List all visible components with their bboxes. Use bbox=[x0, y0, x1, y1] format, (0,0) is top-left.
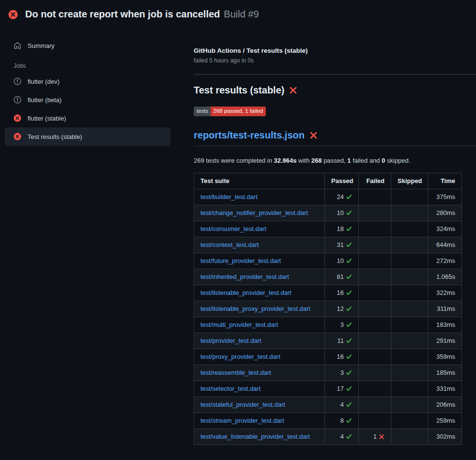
check-icon bbox=[346, 322, 352, 328]
table-row: test/listenable_provider_test.dart16322m… bbox=[194, 285, 462, 301]
time-cell: 185ms bbox=[428, 365, 462, 381]
test-suite-link[interactable]: test/stream_provider_test.dart bbox=[200, 417, 284, 424]
suite-cell: test/consumer_test.dart bbox=[194, 221, 325, 237]
check-icon bbox=[346, 258, 352, 264]
breadcrumb: GitHub Actions / Test results (stable) bbox=[194, 47, 476, 54]
check-icon bbox=[346, 242, 352, 248]
sidebar: Summary Jobs flutter (dev)flutter (beta)… bbox=[0, 26, 194, 146]
header-test-suite: Test suite bbox=[194, 173, 325, 189]
check-icon bbox=[346, 210, 352, 216]
sidebar-item-summary[interactable]: Summary bbox=[5, 36, 170, 55]
suite-cell: test/listenable_proxy_provider_test.dart bbox=[194, 301, 325, 317]
jobs-section-label: Jobs bbox=[14, 62, 170, 69]
skipped-cell bbox=[391, 285, 428, 301]
sidebar-job-item[interactable]: flutter (beta) bbox=[5, 91, 170, 109]
check-icon bbox=[346, 194, 352, 200]
header-time: Time bbox=[428, 173, 462, 189]
suite-cell: test/future_provider_test.dart bbox=[194, 253, 325, 269]
test-suite-link[interactable]: test/value_listenable_provider_test.dart bbox=[200, 433, 310, 440]
skipped-cell bbox=[391, 381, 428, 397]
time-cell: 311ms bbox=[428, 301, 462, 317]
suite-cell: test/provider_test.dart bbox=[194, 333, 325, 349]
test-suite-link[interactable]: test/provider_test.dart bbox=[200, 337, 261, 344]
suite-cell: test/selector_test.dart bbox=[194, 381, 325, 397]
skipped-cell bbox=[391, 221, 428, 237]
passed-cell: 17 bbox=[325, 381, 359, 397]
report-heading: reports/test-results.json bbox=[194, 130, 476, 146]
skipped-cell bbox=[391, 189, 428, 205]
run-header: Do not create report when job is cancell… bbox=[0, 0, 476, 26]
section-title-text: Test results (stable) bbox=[194, 85, 284, 96]
test-suite-link[interactable]: test/consumer_test.dart bbox=[200, 225, 266, 232]
skipped-cell bbox=[391, 301, 428, 317]
sidebar-job-label: flutter (stable) bbox=[28, 115, 66, 122]
sidebar-job-item[interactable]: Test results (stable) bbox=[5, 127, 170, 146]
time-cell: 183ms bbox=[428, 317, 462, 333]
passed-cell: 24 bbox=[325, 189, 359, 205]
failed-cell bbox=[359, 317, 391, 333]
test-suite-link[interactable]: test/change_notifier_provider_test.dart bbox=[200, 209, 308, 216]
results-table: Test suite Passed Failed Skipped Time te… bbox=[194, 173, 462, 445]
summary-failed-count: 1 bbox=[347, 157, 351, 164]
skipped-cell bbox=[391, 349, 428, 365]
failed-cell bbox=[359, 221, 391, 237]
table-row: test/future_provider_test.dart10272ms bbox=[194, 253, 462, 269]
summary-text: failed and bbox=[351, 157, 382, 164]
sidebar-job-item[interactable]: flutter (dev) bbox=[5, 72, 170, 91]
passed-cell: 10 bbox=[325, 205, 359, 221]
test-suite-link[interactable]: test/proxy_provider_test.dart bbox=[200, 353, 280, 360]
table-row: test/provider_test.dart11291ms bbox=[194, 333, 462, 349]
passed-cell: 12 bbox=[325, 301, 359, 317]
skipped-cell bbox=[391, 205, 428, 221]
page-title: Do not create report when job is cancell… bbox=[25, 9, 220, 20]
suite-cell: test/value_listenable_provider_test.dart bbox=[194, 429, 325, 445]
test-suite-link[interactable]: test/builder_test.dart bbox=[200, 193, 258, 200]
test-suite-link[interactable]: test/reassemble_test.dart bbox=[200, 369, 271, 376]
cross-mark-icon bbox=[309, 131, 318, 139]
time-cell: 324ms bbox=[428, 221, 462, 237]
header-failed: Failed bbox=[359, 173, 391, 189]
report-file-link[interactable]: reports/test-results.json bbox=[194, 130, 305, 141]
passed-cell: 4 bbox=[325, 429, 359, 445]
home-icon bbox=[14, 42, 21, 49]
test-suite-link[interactable]: test/listenable_proxy_provider_test.dart bbox=[200, 305, 310, 312]
skipped-cell bbox=[391, 333, 428, 349]
time-cell: 259ms bbox=[428, 413, 462, 429]
failed-cell bbox=[359, 237, 391, 253]
passed-cell: 10 bbox=[325, 253, 359, 269]
failed-cell bbox=[359, 269, 391, 285]
test-suite-link[interactable]: test/future_provider_test.dart bbox=[200, 257, 281, 264]
section-title: Test results (stable) bbox=[194, 85, 476, 96]
test-suite-link[interactable]: test/listenable_provider_test.dart bbox=[200, 289, 292, 296]
time-cell: 1.065s bbox=[428, 269, 462, 285]
passed-cell: 4 bbox=[325, 397, 359, 413]
time-cell: 375ms bbox=[428, 189, 462, 205]
sidebar-job-item[interactable]: flutter (stable) bbox=[5, 109, 170, 127]
test-suite-link[interactable]: test/multi_provider_test.dart bbox=[200, 321, 278, 328]
test-suite-link[interactable]: test/context_test.dart bbox=[200, 241, 259, 248]
failed-cell bbox=[359, 253, 391, 269]
test-suite-link[interactable]: test/selector_test.dart bbox=[200, 385, 261, 392]
skipped-cell bbox=[391, 317, 428, 333]
test-suite-link[interactable]: test/stateful_provider_test.dart bbox=[200, 401, 285, 408]
test-suite-link[interactable]: test/inherited_provider_test.dart bbox=[200, 273, 289, 280]
sidebar-summary-label: Summary bbox=[28, 42, 55, 49]
table-row: test/listenable_proxy_provider_test.dart… bbox=[194, 301, 462, 317]
passed-cell: 31 bbox=[325, 237, 359, 253]
failed-cell bbox=[359, 349, 391, 365]
passed-cell: 3 bbox=[325, 317, 359, 333]
check-icon bbox=[346, 306, 352, 312]
table-row: test/selector_test.dart17331ms bbox=[194, 381, 462, 397]
failed-cell bbox=[359, 397, 391, 413]
table-row: test/stream_provider_test.dart8259ms bbox=[194, 413, 462, 429]
warning-circle-icon bbox=[14, 96, 21, 104]
failed-cell bbox=[359, 301, 391, 317]
check-icon bbox=[346, 274, 352, 280]
table-row: test/value_listenable_provider_test.dart… bbox=[194, 429, 462, 445]
failed-cell bbox=[359, 205, 391, 221]
header-passed: Passed bbox=[325, 173, 359, 189]
failed-cell bbox=[359, 285, 391, 301]
skipped-cell bbox=[391, 413, 428, 429]
run-meta: failed 5 hours ago in 0s bbox=[194, 57, 476, 64]
table-row: test/context_test.dart31644ms bbox=[194, 237, 462, 253]
